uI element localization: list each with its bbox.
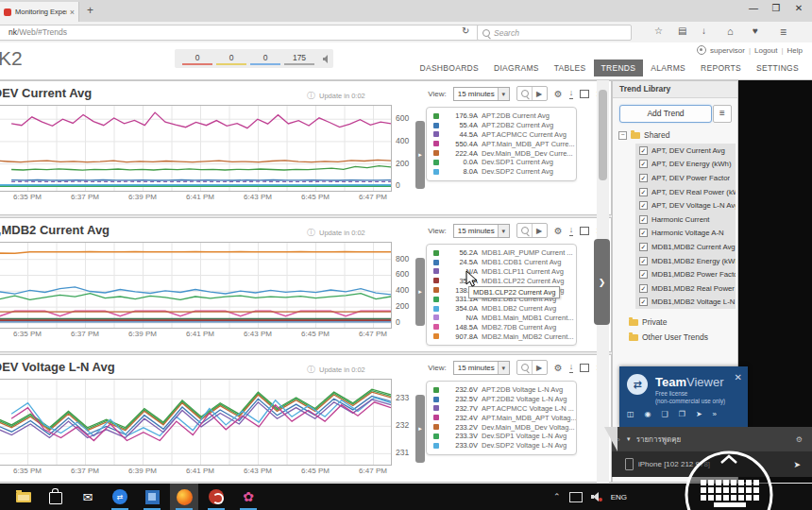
alarm-count[interactable]: 0 [182, 53, 212, 65]
tab-settings[interactable]: SETTINGS [749, 60, 806, 76]
tv-connect-pointer-icon[interactable]: ➤ [793, 460, 801, 469]
trend-list-item[interactable]: ✓APT, DEV Voltage L-N Avg [635, 198, 736, 212]
checkbox-checked-icon[interactable]: ✓ [639, 201, 648, 210]
legend-item[interactable]: 8.0ADev.SDP2 Current Avg [427, 167, 576, 177]
tv-close-icon[interactable]: ✕ [735, 372, 742, 382]
trend-list-item[interactable]: ✓Harmonic Current [635, 212, 736, 227]
collapse-box-icon[interactable]: − [618, 131, 627, 140]
video-icon[interactable]: ◫ [627, 410, 634, 418]
view-range-select[interactable]: 15 minutes▾ [453, 361, 510, 375]
taskbar-mail-icon[interactable]: ✉ [74, 484, 102, 510]
download-icon[interactable]: ↓ [569, 89, 574, 99]
trend-list-item[interactable]: ✓Harmonic Voltage A-N [635, 227, 736, 241]
trend-list-item[interactable]: ✓APT, DEV Power Factor [635, 171, 736, 185]
reload-icon[interactable]: ↻ [462, 26, 469, 36]
language-indicator[interactable]: ENG [611, 493, 627, 502]
legend-item[interactable]: 907.8AMDB2.Main_MDB2 Current... [427, 332, 576, 341]
search-input[interactable]: Search [477, 25, 632, 41]
checkbox-checked-icon[interactable]: ✓ [639, 270, 648, 279]
taskbar-app-pink-icon[interactable]: ✿ [234, 484, 262, 510]
alarm-sound-icon[interactable] [322, 54, 328, 64]
zoom-search-button[interactable] [517, 224, 532, 237]
view-range-select[interactable]: 15 minutes▾ [453, 224, 510, 238]
more-icon[interactable]: » [713, 410, 717, 418]
folder-shared[interactable]: − Shared [613, 128, 669, 142]
logout-link[interactable]: Logout [754, 46, 777, 55]
checkbox-checked-icon[interactable]: ✓ [639, 160, 648, 168]
alarm-count[interactable]: 0 [216, 53, 246, 65]
volume-muted-icon[interactable] [591, 492, 602, 502]
play-button[interactable]: ▶ [532, 224, 547, 237]
expand-window-icon[interactable] [580, 227, 589, 235]
legend-item[interactable]: N/AMDB1.CLP11 Current Avg [427, 267, 576, 277]
page-scrollbar-thumb[interactable] [599, 90, 607, 180]
legend-item[interactable]: 24.5AMDB1.CDB1 Current Avg [427, 258, 576, 267]
tab-tables[interactable]: TABLES [547, 60, 594, 76]
legend-item[interactable]: 354.0AMDB1.DB2 Current Avg [427, 304, 576, 314]
user-name[interactable]: supervisor [710, 46, 745, 55]
legend-item[interactable]: 233.3VDev.SDP1 Voltage L-N Avg [427, 432, 576, 441]
chart-plot-area[interactable] [0, 105, 392, 192]
legend-item[interactable]: 550.4AAPT.Main_MDB_APT Curre... [427, 139, 576, 148]
legend-collapse-handle[interactable]: ▸ [415, 258, 425, 326]
checkbox-checked-icon[interactable]: ✓ [639, 174, 648, 182]
expand-window-icon[interactable] [580, 90, 589, 98]
sidebar-menu-button[interactable]: ≡ [713, 105, 732, 123]
alarm-count[interactable]: 175 [284, 53, 314, 65]
play-button[interactable]: ▶ [532, 361, 547, 374]
legend-item[interactable]: 55.4AAPT.2DB2 Current Avg [427, 121, 576, 130]
pointer-icon[interactable]: ➤ [696, 410, 702, 418]
home-icon[interactable]: ⌂ [727, 26, 734, 37]
trend-list-item[interactable]: ✓MDB1,MDB2 Power Factor [635, 267, 736, 281]
tv-gear-icon[interactable]: ⚙ [796, 435, 803, 444]
taskbar-store-icon[interactable] [42, 484, 70, 510]
download-icon[interactable]: ↓ [569, 363, 574, 373]
legend-item[interactable]: 35.4AMDB1.CLP22 Current Avg [427, 276, 576, 285]
tab-diagrams[interactable]: DIAGRAMS [486, 60, 547, 76]
tab-reports[interactable]: REPORTS [693, 60, 749, 76]
folder-other-user-trends[interactable]: Other User Trends [613, 331, 745, 344]
network-display-icon[interactable] [569, 492, 583, 502]
tv-device-row[interactable]: iPhone [102 212 978] ➤ [612, 451, 812, 477]
taskbar-teamviewer-icon[interactable]: ⇄ [106, 484, 134, 510]
pocket-icon[interactable]: ♥ [753, 26, 758, 36]
alarm-summary-bar[interactable]: 000175 [175, 49, 333, 68]
chat-icon[interactable]: ❑ [662, 410, 668, 418]
settings-gear-icon[interactable]: ⚙ [554, 89, 563, 99]
legend-item[interactable]: 232.5VAPT.2DB2 Voltage L-N Avg [427, 395, 576, 404]
taskbar-browser-red-icon[interactable] [202, 484, 230, 510]
taskbar-photos-icon[interactable] [138, 484, 166, 510]
checkbox-checked-icon[interactable]: ✓ [639, 188, 648, 196]
hidden-icons-chevron[interactable]: ⌃ [553, 492, 561, 502]
chart-plot-area[interactable] [0, 242, 392, 329]
info-icon[interactable]: ⓘ [307, 364, 315, 376]
trend-list-item[interactable]: ✓MDB1,MDB2 Voltage L-N Avg [635, 296, 736, 310]
url-bar[interactable]: nk/Web/#Trends [0, 25, 500, 41]
legend-item[interactable]: 232.7VAPT.ACPMCC Voltage L-N ... [427, 404, 576, 414]
legend-item[interactable]: 56.2AMDB1.AIR_PUMP Current ... [427, 248, 576, 258]
tv-list-header-row[interactable]: › ▼ รายการพูดคุย ⚙ [612, 427, 812, 451]
settings-gear-icon[interactable]: ⚙ [554, 363, 563, 373]
taskbar-file-explorer-icon[interactable] [9, 484, 38, 510]
trend-list-item[interactable]: ✓APT, DEV Current Avg [635, 144, 736, 158]
download-icon[interactable]: ↓ [569, 226, 574, 236]
sidebar-collapse-handle[interactable]: ❯ [594, 239, 610, 325]
window-close-button[interactable]: ✕ [789, 3, 808, 13]
checkbox-checked-icon[interactable]: ✓ [639, 146, 648, 155]
folder-private[interactable]: Private [613, 315, 745, 329]
trend-list-item[interactable]: ✓MDB1,MDB2 Energy (kWh) [635, 254, 736, 268]
add-trend-button[interactable]: Add Trend [619, 105, 712, 123]
new-tab-button[interactable]: + [87, 4, 93, 17]
tab-trends[interactable]: TRENDS [594, 60, 644, 76]
audio-icon[interactable]: ◉ [645, 410, 651, 418]
checkbox-checked-icon[interactable]: ✓ [639, 215, 648, 224]
chevron-right-icon[interactable]: › [617, 435, 620, 444]
checkbox-checked-icon[interactable]: ✓ [639, 229, 648, 237]
checkbox-checked-icon[interactable]: ✓ [639, 257, 648, 265]
legend-item[interactable]: 222.4ADev.Main_MDB_Dev Curre... [427, 148, 576, 158]
filebox-icon[interactable]: ❐ [679, 410, 685, 418]
legend-item[interactable]: N/AMDB1.Main_MDB1 Current... [427, 314, 576, 323]
chart-plot-area[interactable] [0, 379, 392, 466]
checkbox-checked-icon[interactable]: ✓ [639, 298, 648, 306]
library-icon[interactable]: ▤ [678, 26, 686, 36]
